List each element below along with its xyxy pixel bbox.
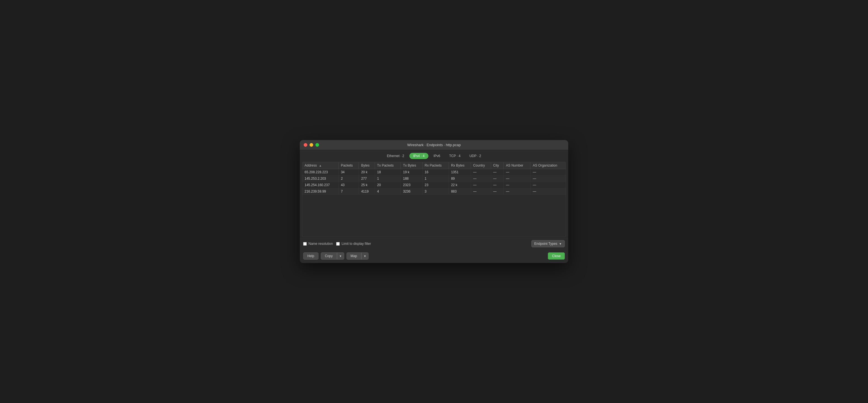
maximize-traffic-light[interactable] [315, 143, 319, 147]
table-cell-row3-col9: — [504, 188, 530, 195]
copy-button-group: Copy ▼ [321, 253, 344, 260]
table-cell-row1-col8: — [491, 175, 504, 182]
col-header-as-number[interactable]: AS Number [504, 162, 530, 169]
table-cell-row1-col7: — [471, 175, 491, 182]
tab-ethernet[interactable]: Ethernet · 2 [383, 153, 408, 159]
table-cell-row0-col6: 1351 [448, 169, 471, 175]
table-cell-row3-col10: — [530, 188, 566, 195]
table-cell-row3-col3: 4 [375, 188, 401, 195]
col-header-packets[interactable]: Packets [338, 162, 359, 169]
table-cell-row2-col10: — [530, 182, 566, 188]
col-header-bytes[interactable]: Bytes [359, 162, 375, 169]
col-header-country[interactable]: Country [471, 162, 491, 169]
name-resolution-checkbox[interactable] [303, 242, 307, 246]
table-cell-row1-col10: — [530, 175, 566, 182]
footer-actions: Help Copy ▼ Map ▼ Close [300, 250, 568, 263]
map-dropdown-button[interactable]: ▼ [361, 253, 369, 260]
tab-udp[interactable]: UDP · 2 [466, 153, 485, 159]
table-cell-row3-col5: 3 [422, 188, 448, 195]
name-resolution-label: Name resolution [308, 242, 333, 246]
table-row: 65.208.228.2233420 k1819 k161351———— [302, 169, 566, 175]
table-cell-row2-col5: 23 [422, 182, 448, 188]
table-cell-row3-col1: 7 [338, 188, 359, 195]
copy-button[interactable]: Copy [321, 253, 337, 260]
table-cell-row1-col4: 188 [401, 175, 422, 182]
table-cell-row3-col2: 4119 [359, 188, 375, 195]
tabs-bar: Ethernet · 2 IPv4 · 4 IPv6 TCP · 4 UDP ·… [300, 150, 568, 162]
table-cell-row2-col6: 22 k [448, 182, 471, 188]
table-cell-row0-col0: 65.208.228.223 [302, 169, 338, 175]
limit-display-filter-text: Limit to display filter [341, 242, 371, 246]
copy-dropdown-button[interactable]: ▼ [337, 253, 344, 260]
minimize-traffic-light[interactable] [310, 143, 313, 147]
table-cell-row1-col6: 89 [448, 175, 471, 182]
col-header-tx-packets[interactable]: Tx Packets [375, 162, 401, 169]
table-cell-row0-col9: — [504, 169, 530, 175]
window-title: Wireshark · Endpoints · http.pcap [407, 143, 461, 147]
table-cell-row2-col4: 2323 [401, 182, 422, 188]
table-header-row: Address ▲ Packets Bytes Tx Packets Tx By… [302, 162, 566, 169]
limit-display-filter-label[interactable]: Limit to display filter [336, 242, 371, 246]
table-cell-row2-col9: — [504, 182, 530, 188]
sort-arrow-address: ▲ [319, 164, 321, 167]
table-cell-row1-col5: 1 [422, 175, 448, 182]
main-window: Wireshark · Endpoints · http.pcap Ethern… [300, 140, 568, 263]
table-row: 216.239.59.9974119432363883———— [302, 188, 566, 195]
col-header-as-org[interactable]: AS Organization [530, 162, 566, 169]
table-cell-row0-col4: 19 k [401, 169, 422, 175]
col-header-address[interactable]: Address ▲ [302, 162, 338, 169]
copy-dropdown-icon: ▼ [339, 255, 342, 258]
table-cell-row3-col4: 3236 [401, 188, 422, 195]
table-cell-row1-col0: 145.253.2.203 [302, 175, 338, 182]
table-cell-row0-col2: 20 k [359, 169, 375, 175]
traffic-lights [304, 143, 319, 147]
tab-ipv6[interactable]: IPv6 [430, 153, 444, 159]
col-header-rx-bytes[interactable]: Rx Bytes [448, 162, 471, 169]
table-row: 145.254.160.2374325 k2023232322 k———— [302, 182, 566, 188]
table-cell-row1-col3: 1 [375, 175, 401, 182]
table-cell-row0-col5: 16 [422, 169, 448, 175]
endpoint-types-button[interactable]: Endpoint Types ▼ [531, 240, 565, 247]
close-button[interactable]: Close [548, 253, 565, 260]
table-cell-row3-col0: 216.239.59.99 [302, 188, 338, 195]
map-dropdown-icon: ▼ [364, 255, 366, 258]
table-cell-row1-col1: 2 [338, 175, 359, 182]
table-cell-row0-col1: 34 [338, 169, 359, 175]
table-cell-row3-col8: — [491, 188, 504, 195]
table-cell-row0-col7: — [471, 169, 491, 175]
table-cell-row2-col1: 43 [338, 182, 359, 188]
endpoints-table-container: Address ▲ Packets Bytes Tx Packets Tx By… [302, 162, 566, 237]
table-cell-row1-col2: 277 [359, 175, 375, 182]
table-cell-row2-col3: 20 [375, 182, 401, 188]
col-header-tx-bytes[interactable]: Tx Bytes [401, 162, 422, 169]
titlebar: Wireshark · Endpoints · http.pcap [300, 140, 568, 150]
tab-tcp[interactable]: TCP · 4 [445, 153, 464, 159]
table-cell-row2-col0: 145.254.160.237 [302, 182, 338, 188]
table-row: 145.253.2.20322771188189———— [302, 175, 566, 182]
table-cell-row2-col2: 25 k [359, 182, 375, 188]
table-cell-row2-col7: — [471, 182, 491, 188]
table-cell-row0-col3: 18 [375, 169, 401, 175]
col-header-city[interactable]: City [491, 162, 504, 169]
tab-ipv4[interactable]: IPv4 · 4 [409, 153, 429, 159]
endpoints-table: Address ▲ Packets Bytes Tx Packets Tx By… [302, 162, 566, 195]
map-button[interactable]: Map [346, 253, 361, 260]
endpoint-types-label: Endpoint Types [534, 242, 558, 246]
col-header-rx-packets[interactable]: Rx Packets [422, 162, 448, 169]
table-body: 65.208.228.2233420 k1819 k161351————145.… [302, 169, 566, 195]
table-cell-row0-col8: — [491, 169, 504, 175]
help-button[interactable]: Help [303, 253, 318, 260]
table-cell-row1-col9: — [504, 175, 530, 182]
footer-options: Name resolution Limit to display filter … [300, 237, 568, 250]
table-cell-row0-col10: — [530, 169, 566, 175]
table-cell-row3-col6: 883 [448, 188, 471, 195]
endpoint-types-dropdown-icon: ▼ [559, 242, 562, 245]
name-resolution-checkbox-label[interactable]: Name resolution [303, 242, 333, 246]
close-traffic-light[interactable] [304, 143, 307, 147]
limit-display-filter-checkbox[interactable] [336, 242, 340, 246]
table-cell-row3-col7: — [471, 188, 491, 195]
table-cell-row2-col8: — [491, 182, 504, 188]
map-button-group: Map ▼ [346, 253, 369, 260]
